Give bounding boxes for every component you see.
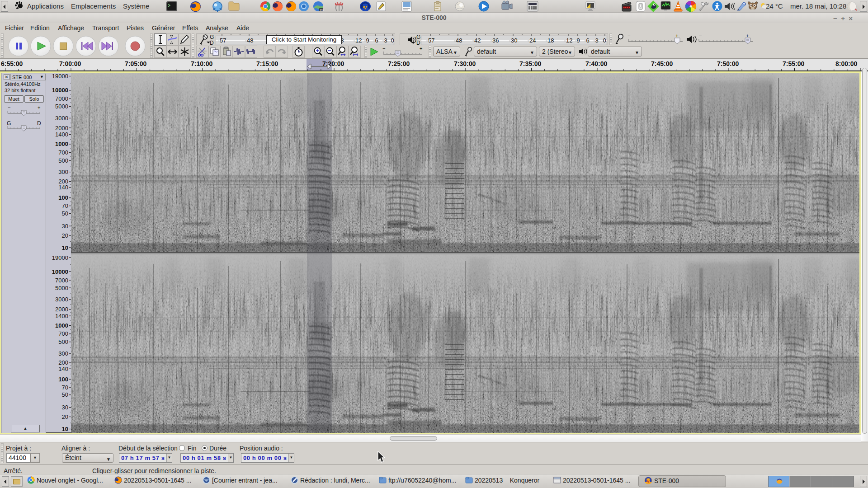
svg-text:+: +	[38, 105, 40, 110]
svg-text:-57: -57	[426, 37, 435, 44]
svg-text:-12: -12	[354, 37, 362, 44]
svg-text:G: G	[7, 120, 11, 127]
svg-text:−: −	[627, 33, 630, 38]
svg-text:−: −	[382, 46, 385, 51]
svg-text:-57: -57	[218, 37, 226, 44]
svg-text:-30: -30	[509, 37, 518, 44]
svg-text:0: 0	[603, 37, 606, 44]
svg-text:-9: -9	[575, 37, 580, 44]
svg-text:-6: -6	[373, 37, 378, 44]
svg-text:-9: -9	[364, 37, 369, 44]
svg-text:-3: -3	[382, 37, 387, 44]
svg-text:-6: -6	[584, 37, 590, 44]
svg-text:D: D	[416, 40, 420, 46]
svg-text:Pro: Pro	[320, 9, 324, 11]
svg-text:-18: -18	[546, 37, 554, 44]
svg-text:G: G	[416, 34, 420, 40]
svg-text:-12: -12	[564, 37, 573, 44]
svg-text:-3: -3	[593, 37, 599, 44]
svg-text:+: +	[675, 33, 678, 38]
svg-text:−: −	[8, 105, 10, 110]
svg-text:D: D	[37, 120, 41, 127]
svg-text:+: +	[420, 46, 422, 51]
svg-text:G: G	[210, 34, 214, 40]
svg-text:−: −	[699, 33, 702, 38]
svg-text:-36: -36	[491, 37, 499, 44]
svg-text:-24: -24	[528, 37, 536, 44]
svg-text:-42: -42	[472, 37, 481, 44]
svg-text:0: 0	[391, 37, 394, 44]
svg-text:-48: -48	[454, 37, 462, 44]
svg-text:-48: -48	[245, 37, 254, 44]
svg-text:+: +	[746, 33, 749, 38]
svg-text:D: D	[210, 40, 214, 46]
